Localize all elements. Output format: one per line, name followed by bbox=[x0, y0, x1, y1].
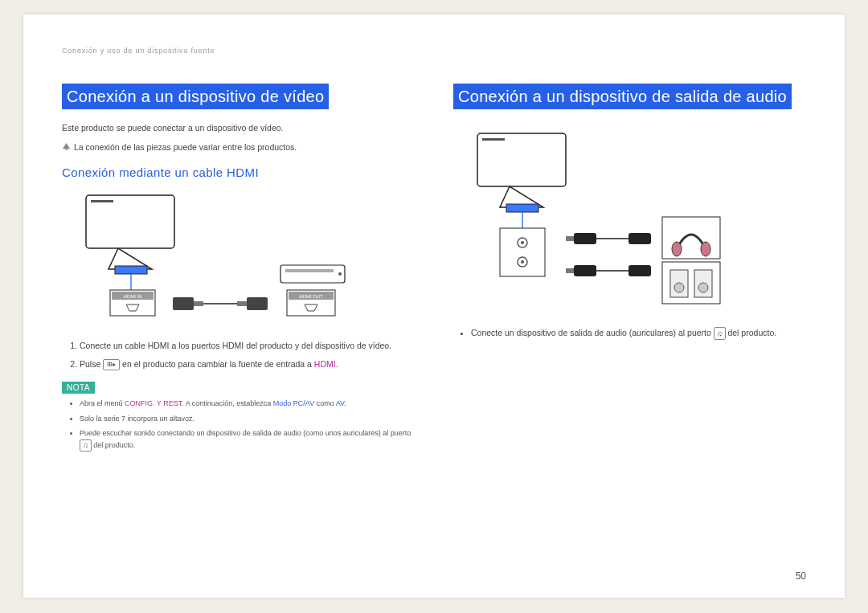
hdmi-out-label: HDMI OUT bbox=[299, 294, 323, 299]
svg-rect-28 bbox=[628, 233, 651, 244]
hdmi-steps: Conecte un cable HDMI a los puertos HDMI… bbox=[80, 340, 415, 372]
columns: Conexión a un dispositivo de vídeo Este … bbox=[62, 84, 806, 456]
svg-point-24 bbox=[521, 260, 524, 264]
hdmi-subheading: Conexión mediante un cable HDMI bbox=[62, 166, 415, 179]
note-3: Puede escuchar sonido conectando un disp… bbox=[80, 428, 415, 452]
svg-point-13 bbox=[338, 272, 342, 276]
svg-rect-16 bbox=[477, 133, 566, 186]
hdmi-in-label: HDMI IN bbox=[124, 294, 142, 299]
left-column: Conexión a un dispositivo de vídeo Este … bbox=[62, 84, 415, 456]
headphone-icon: ♫ bbox=[80, 439, 92, 452]
svg-rect-9 bbox=[237, 301, 247, 306]
audio-steps: Conecte un dispositivo de salida de audi… bbox=[471, 326, 806, 340]
info-icon bbox=[62, 142, 71, 151]
svg-rect-18 bbox=[506, 204, 538, 212]
svg-rect-2 bbox=[115, 266, 147, 274]
svg-rect-11 bbox=[280, 265, 345, 283]
hdmi-diagram: HDMI IN HDMI OUT bbox=[62, 189, 415, 329]
info-note: La conexión de las piezas puede variar e… bbox=[62, 141, 415, 154]
note-label: NOTA bbox=[62, 382, 95, 394]
hdmi-keyword: HDMI bbox=[314, 359, 336, 369]
svg-point-30 bbox=[672, 242, 682, 256]
audio-diagram bbox=[453, 127, 806, 315]
video-heading: Conexión a un dispositivo de vídeo bbox=[62, 84, 329, 109]
svg-rect-6 bbox=[173, 297, 194, 310]
breadcrumb: Conexión y uso de un dispositivo fuente bbox=[62, 47, 806, 55]
svg-rect-10 bbox=[247, 297, 268, 310]
intro-text: Este producto se puede conectar a un dis… bbox=[62, 122, 415, 135]
svg-rect-20 bbox=[500, 228, 545, 276]
svg-rect-0 bbox=[86, 195, 174, 248]
notes-list: Abra el menú CONFIG. Y REST. A continuac… bbox=[80, 398, 415, 452]
svg-point-38 bbox=[674, 283, 684, 292]
svg-rect-1 bbox=[91, 200, 113, 202]
note-1: Abra el menú CONFIG. Y REST. A continuac… bbox=[80, 398, 415, 410]
svg-point-22 bbox=[521, 241, 524, 244]
step-1: Conecte un cable HDMI a los puertos HDMI… bbox=[80, 340, 415, 353]
svg-rect-35 bbox=[628, 265, 651, 276]
svg-rect-12 bbox=[285, 269, 334, 272]
svg-rect-25 bbox=[566, 236, 574, 241]
audio-step-1: Conecte un dispositivo de salida de audi… bbox=[471, 326, 806, 340]
svg-rect-32 bbox=[566, 268, 574, 273]
info-note-text: La conexión de las piezas puede variar e… bbox=[74, 142, 297, 152]
step-2: Pulse ⊞▸ en el producto para cambiar la … bbox=[80, 358, 415, 371]
page-number: 50 bbox=[796, 570, 806, 582]
svg-rect-26 bbox=[574, 233, 596, 244]
svg-rect-29 bbox=[662, 217, 720, 259]
headphone-icon: ♫ bbox=[714, 327, 726, 340]
audio-heading: Conexión a un dispositivo de salida de a… bbox=[453, 84, 792, 109]
svg-point-40 bbox=[698, 283, 708, 292]
svg-rect-17 bbox=[482, 138, 505, 141]
source-button-icon: ⊞▸ bbox=[103, 359, 120, 370]
document-page: Conexión y uso de un dispositivo fuente … bbox=[23, 14, 845, 598]
svg-rect-7 bbox=[194, 301, 203, 306]
svg-rect-33 bbox=[574, 265, 596, 276]
right-column: Conexión a un dispositivo de salida de a… bbox=[453, 84, 806, 456]
svg-point-31 bbox=[701, 242, 710, 256]
note-2: Solo la serie 7 incorpora un altavoz. bbox=[80, 414, 415, 425]
